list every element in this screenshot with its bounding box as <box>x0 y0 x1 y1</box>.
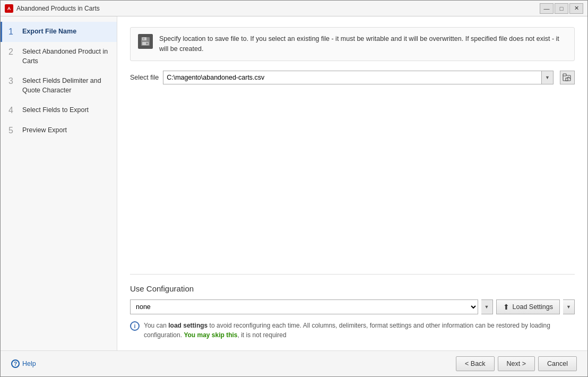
info-part1: You can <box>144 322 168 329</box>
select-file-label: Select file <box>130 74 159 81</box>
sidebar-item-2[interactable]: 2 Select Abandoned Product in Carts <box>1 42 117 71</box>
upload-icon: ⬆ <box>503 303 509 311</box>
next-button[interactable]: Next > <box>498 356 535 371</box>
chevron-down-icon: ▼ <box>545 75 550 80</box>
main-window: A Abandoned Products in Carts — □ ✕ 1 Ex… <box>0 0 588 377</box>
select-file-dropdown[interactable]: ▼ <box>542 71 554 84</box>
sidebar-item-4[interactable]: 4 Select Fields to Export <box>1 100 117 121</box>
load-settings-label: Load Settings <box>513 303 553 311</box>
load-settings-button[interactable]: ⬆ Load Settings <box>496 299 560 314</box>
sidebar-label-2: Select Abandoned Product in Carts <box>22 47 110 66</box>
select-file-input[interactable] <box>163 71 542 84</box>
info-banner: Specify location to save file to. If you… <box>130 27 575 61</box>
sidebar-item-3[interactable]: 3 Select Fields Delimiter and Quote Char… <box>1 71 117 100</box>
chevron-down-icon-2: ▼ <box>485 304 489 310</box>
help-label: Help <box>22 360 36 367</box>
svg-rect-7 <box>566 78 568 81</box>
svg-point-4 <box>146 42 148 45</box>
help-icon: ? <box>11 359 20 368</box>
info-note: i You can load settings to avoid reconfi… <box>130 321 575 340</box>
sidebar-label-5: Preview Export <box>22 126 67 135</box>
sidebar-num-4: 4 <box>8 106 17 115</box>
info-bold: load settings <box>168 322 207 329</box>
title-bar-controls: — □ ✕ <box>540 3 583 14</box>
svg-rect-2 <box>143 38 144 40</box>
spacer <box>130 95 575 275</box>
select-file-combo: ▼ <box>163 71 554 84</box>
info-green: You may skip this <box>184 331 237 339</box>
info-banner-text: Specify location to save file to. If you… <box>159 34 567 54</box>
minimize-button[interactable]: — <box>540 3 554 14</box>
sidebar-label-3: Select Fields Delimiter and Quote Charac… <box>22 76 110 95</box>
sidebar-label-1: Export File Name <box>22 27 76 37</box>
cancel-button[interactable]: Cancel <box>538 356 577 371</box>
sidebar-item-5[interactable]: 5 Preview Export <box>1 121 117 141</box>
window-title: Abandoned Products in Carts <box>16 5 100 12</box>
load-settings-dropdown[interactable]: ▼ <box>563 299 575 314</box>
back-button[interactable]: < Back <box>456 356 495 371</box>
browse-button[interactable] <box>560 71 575 84</box>
content-area: 1 Export File Name 2 Select Abandoned Pr… <box>1 16 587 350</box>
close-button[interactable]: ✕ <box>569 3 583 14</box>
info-part3: , it is not required <box>238 331 287 339</box>
sidebar: 1 Export File Name 2 Select Abandoned Pr… <box>1 16 117 350</box>
use-config-title: Use Configuration <box>130 284 575 293</box>
disk-icon <box>138 34 153 49</box>
info-note-text: You can load settings to avoid reconfigu… <box>144 321 575 340</box>
title-bar: A Abandoned Products in Carts — □ ✕ <box>1 1 587 16</box>
help-link[interactable]: ? Help <box>11 359 36 368</box>
maximize-button[interactable]: □ <box>555 3 568 14</box>
sidebar-num-1: 1 <box>8 27 17 37</box>
app-logo: A <box>5 4 13 13</box>
sidebar-num-3: 3 <box>8 76 17 86</box>
config-select[interactable]: none <box>130 299 478 314</box>
use-config-section: Use Configuration none ▼ ⬆ Load Settings… <box>130 274 575 340</box>
chevron-down-icon-3: ▼ <box>566 304 571 310</box>
info-icon: i <box>130 321 140 331</box>
select-file-row: Select file ▼ <box>130 71 575 84</box>
bottom-bar: ? Help < Back Next > Cancel <box>1 350 587 376</box>
btn-group: < Back Next > Cancel <box>456 356 577 371</box>
config-select-dropdown[interactable]: ▼ <box>481 299 493 314</box>
use-config-row: none ▼ ⬆ Load Settings ▼ <box>130 299 575 314</box>
main-content: Specify location to save file to. If you… <box>117 16 587 350</box>
sidebar-label-4: Select Fields to Export <box>22 106 89 115</box>
sidebar-num-5: 5 <box>8 126 17 135</box>
title-bar-left: A Abandoned Products in Carts <box>5 4 100 13</box>
sidebar-num-2: 2 <box>8 47 17 57</box>
sidebar-item-1[interactable]: 1 Export File Name <box>1 22 117 42</box>
svg-rect-6 <box>563 74 566 76</box>
